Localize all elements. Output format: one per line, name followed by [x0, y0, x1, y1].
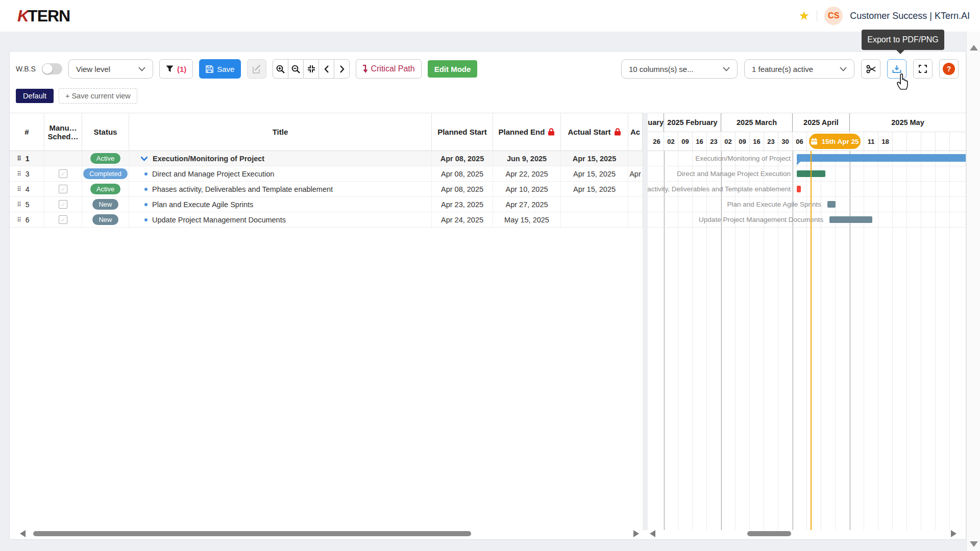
help-button[interactable]: ?	[939, 59, 959, 79]
gantt-module-panel: W.B.S View level (1) Save	[9, 51, 966, 540]
user-name[interactable]: Customer Success | KTern.AI	[850, 11, 970, 21]
drag-handle-icon[interactable]: ⠿	[17, 186, 21, 193]
chevron-down-icon	[723, 67, 730, 71]
chevron-down-icon	[138, 67, 145, 71]
task-title[interactable]: Phases activity, Deliverables and Templa…	[152, 185, 333, 193]
column-header-manual-schedule[interactable]: Manu…Sched…	[44, 113, 82, 151]
gantt-month-label: 2025 April	[793, 113, 850, 132]
ktern-logo[interactable]: KTERN	[17, 7, 70, 26]
view-level-value: View level	[76, 65, 110, 73]
view-tab-default[interactable]: Default	[16, 89, 54, 103]
help-icon: ?	[943, 63, 955, 75]
actual-start-cell: Apr 15, 2025	[561, 151, 628, 166]
views-row: Default + Save current view	[16, 88, 137, 104]
table-row[interactable]: ⠿4 ✓ Active Phases activity, Deliverable…	[10, 182, 643, 197]
table-hscroll-thumb[interactable]	[33, 531, 471, 536]
export-tooltip-text: Export to PDF/PNG	[867, 35, 939, 44]
zoom-out-button[interactable]	[288, 59, 304, 79]
manual-schedule-checkbox[interactable]: ✓	[59, 169, 67, 178]
manual-schedule-checkbox[interactable]: ✓	[59, 185, 67, 193]
drag-handle-icon[interactable]: ⠿	[17, 155, 21, 162]
column-header-actual-start[interactable]: Actual Start	[561, 113, 628, 151]
expand-chevron-icon[interactable]	[140, 156, 148, 161]
planned-end-cell: Jun 9, 2025	[493, 151, 561, 166]
gantt-week-cell: 09	[736, 132, 750, 151]
gantt-hscroll-left-arrow[interactable]	[650, 530, 655, 537]
header-divider	[817, 10, 817, 21]
critical-path-button[interactable]: Critical Path	[356, 59, 421, 79]
column-header-status[interactable]: Status	[82, 113, 129, 151]
status-badge: Active	[90, 184, 120, 194]
task-title[interactable]: Plan and Execute Agile Sprints	[152, 201, 253, 209]
edit-button[interactable]	[247, 59, 266, 79]
table-hscroll-left-arrow[interactable]	[20, 530, 26, 537]
gantt-week-cell: 02	[721, 132, 736, 151]
table-row[interactable]: ⠿3 ✓ Completed Direct and Manage Project…	[10, 166, 643, 182]
top-header: KTERN ★ CS Customer Success | KTern.AI	[0, 0, 980, 32]
gantt-bar[interactable]	[797, 154, 966, 162]
scroll-next-button[interactable]	[334, 59, 350, 79]
today-marker[interactable]: 15th Apr 25	[809, 134, 861, 149]
gantt-hscroll-thumb[interactable]	[747, 531, 791, 536]
actual-end-cell: Apr	[628, 166, 643, 181]
gantt-bar[interactable]	[829, 216, 872, 223]
gantt-week-cell: 11	[864, 132, 878, 151]
planned-start-cell: Apr 24, 2025	[432, 212, 493, 227]
fullscreen-button[interactable]	[913, 59, 933, 79]
view-level-select[interactable]: View level	[68, 59, 153, 79]
gantt-bar[interactable]	[797, 186, 801, 192]
gantt-bar[interactable]	[827, 201, 836, 208]
column-header-title[interactable]: Title	[129, 113, 432, 151]
chevron-right-icon	[339, 65, 345, 73]
zoom-fit-button[interactable]	[303, 59, 319, 79]
column-header-planned-start[interactable]: Planned Start	[432, 113, 493, 151]
gantt-week-cell	[907, 132, 921, 151]
user-avatar[interactable]: CS	[824, 7, 843, 25]
task-title[interactable]: Execution/Monitoring of Project	[153, 155, 264, 163]
drag-handle-icon[interactable]: ⠿	[17, 170, 21, 178]
manual-schedule-checkbox[interactable]: ✓	[59, 200, 67, 209]
drag-handle-icon[interactable]: ⠿	[17, 201, 21, 208]
funnel-icon	[166, 65, 174, 72]
bullet-icon	[144, 172, 148, 176]
column-header-actual-end[interactable]: Ac	[628, 113, 643, 151]
table-hscroll-right-arrow[interactable]	[633, 530, 639, 537]
actual-start-cell	[561, 197, 628, 212]
table-row[interactable]: ⠿5 ✓ New Plan and Execute Agile Sprints …	[10, 197, 643, 212]
task-title[interactable]: Direct and Manage Project Execution	[152, 170, 274, 178]
vertical-scrollbar[interactable]	[966, 32, 980, 551]
wbs-toggle[interactable]	[42, 63, 62, 74]
features-select-value: 1 feature(s) active	[752, 65, 813, 73]
table-row[interactable]: ⠿6 ✓ New Update Project Management Docum…	[10, 212, 643, 228]
table-row[interactable]: ⠿1 Active Execution/Monitoring of Projec…	[10, 151, 643, 166]
filter-button[interactable]: (1)	[159, 59, 193, 79]
column-header-num[interactable]: #	[10, 113, 44, 151]
planned-start-cell: Apr 23, 2025	[432, 197, 493, 212]
drag-handle-icon[interactable]: ⠿	[17, 216, 21, 223]
manual-schedule-checkbox[interactable]: ✓	[59, 215, 67, 224]
features-select[interactable]: 1 feature(s) active	[744, 59, 854, 79]
scroll-up-arrow[interactable]	[970, 45, 978, 51]
scroll-prev-button[interactable]	[318, 59, 334, 79]
column-header-planned-end[interactable]: Planned End	[493, 113, 561, 151]
save-button[interactable]: Save	[199, 59, 241, 79]
columns-select[interactable]: 10 columns(s) se...	[621, 59, 738, 79]
today-label: 15th Apr 25	[821, 138, 859, 145]
bullet-icon	[144, 188, 148, 191]
planned-start-cell: Apr 08, 2025	[432, 166, 493, 181]
gantt-hscroll-right-arrow[interactable]	[951, 530, 957, 537]
save-current-view-button[interactable]: + Save current view	[59, 88, 137, 104]
panel-divider[interactable]	[643, 113, 648, 530]
gantt-week-cell: 26	[650, 132, 664, 151]
task-title[interactable]: Update Project Management Documents	[152, 216, 286, 224]
favorite-star-icon[interactable]: ★	[799, 10, 810, 22]
zoom-in-button[interactable]	[273, 59, 288, 79]
status-badge: New	[92, 214, 118, 225]
status-badge: New	[92, 199, 118, 210]
scroll-down-arrow[interactable]	[970, 541, 978, 547]
gantt-month-header: 2025 January2025 February2025 March2025 …	[648, 113, 966, 132]
edit-mode-button[interactable]: Edit Mode	[428, 60, 478, 78]
cut-button[interactable]	[861, 59, 880, 79]
logo-rest: TERN	[28, 7, 70, 25]
gantt-month-label: 2025 February	[664, 113, 721, 132]
